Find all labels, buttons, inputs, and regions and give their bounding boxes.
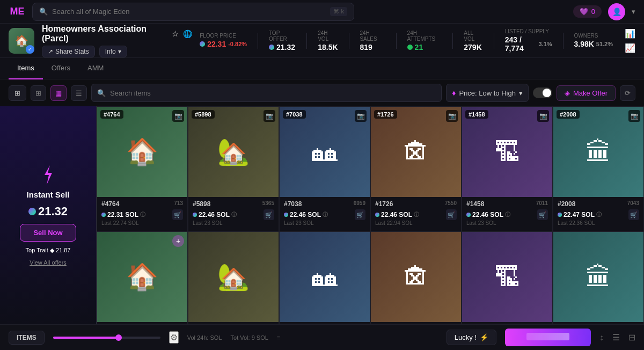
tab-amm[interactable]: AMM (79, 58, 112, 79)
sell-now-button[interactable]: Sell Now (20, 224, 76, 242)
nft-quick-action[interactable]: 📷 (628, 110, 640, 122)
global-search-input[interactable] (52, 8, 326, 16)
chart-icon[interactable]: 📊 (625, 28, 635, 39)
add-to-cart-button[interactable]: 🛒 (446, 209, 457, 220)
listed-supply-value: 243 / 7,774 3.1% (505, 35, 552, 53)
stream-icon[interactable]: ≡ (277, 334, 280, 341)
grid-view-button[interactable]: ⊞ (31, 85, 46, 101)
nft-card[interactable]: 🏚 #1726 📷 #1726 7550 22.46 SOL ⓘ 🛒 (370, 106, 462, 231)
nft-name: #1458 7011 (466, 200, 548, 208)
nft-name: #7038 6959 (284, 200, 365, 208)
items-tab-button[interactable]: ITEMS (9, 331, 45, 345)
search-items-container[interactable]: 🔍 (91, 84, 442, 102)
info-icon[interactable]: ⓘ (231, 211, 237, 218)
logo[interactable]: ME (9, 3, 26, 20)
nft-artwork: 🏛 (586, 262, 611, 292)
search-items-input[interactable] (110, 89, 436, 97)
nft-card[interactable]: 🏛 (553, 231, 644, 324)
nft-card[interactable]: 🏡 (188, 231, 279, 324)
nft-image: 🏠 + (97, 232, 187, 322)
nft-card[interactable]: 🏠 #4764 📷 #4764 713 22.31 SOL ⓘ 🛒 (97, 106, 188, 231)
chevron-down-icon-sort: ▾ (519, 89, 523, 97)
nft-image: 🏗 (462, 232, 552, 322)
sort-icon-button[interactable]: ↕ (599, 333, 604, 342)
heart-icon: 💜 (580, 8, 588, 16)
sol-icon-sell (28, 208, 36, 215)
stats-divider-4 (396, 33, 397, 49)
tabs-bar: Items Offers AMM (0, 58, 644, 79)
tab-offers[interactable]: Offers (43, 58, 79, 79)
nft-price: 22.46 SOL ⓘ (375, 211, 419, 218)
instant-sell-title: Instant Sell (26, 190, 69, 199)
info-icon[interactable]: ⓘ (140, 211, 145, 218)
favorites-button[interactable]: 💜 0 (573, 5, 602, 18)
add-to-cart-button[interactable]: 🛒 (264, 209, 274, 220)
nft-quick-action[interactable]: 📷 (537, 110, 549, 122)
nft-card[interactable]: 🏚 (370, 231, 462, 324)
make-offer-button[interactable]: ◈ Make Offer (557, 85, 616, 101)
sol-icon-2 (269, 45, 274, 50)
info-icon[interactable]: ⓘ (323, 211, 328, 218)
slider-track (53, 337, 160, 339)
layout-icon-button[interactable]: ☰ (612, 332, 620, 342)
settings-icon-button[interactable]: ⊟ (628, 332, 635, 342)
globe-icon[interactable]: 🌐 (183, 30, 192, 38)
filter-bar: ⊞ ⊞ ▦ ☰ 🔍 ♦ Price: Low to High ▾ ◈ Make … (0, 79, 644, 106)
nft-price: 22.46 SOL ⓘ (466, 211, 510, 218)
add-icon[interactable]: + (172, 235, 184, 247)
nft-quick-action[interactable]: 📷 (446, 110, 458, 122)
sol-icon-nft (284, 213, 288, 217)
analytics-icon[interactable]: 📈 (625, 43, 635, 53)
info-icon[interactable]: ⓘ (414, 211, 419, 218)
stats-divider (258, 33, 258, 49)
nft-artwork: 🏘 (312, 262, 338, 292)
buy-button[interactable] (505, 329, 591, 346)
range-slider[interactable] (53, 337, 160, 339)
sales-24h-value: 819 (360, 43, 372, 52)
top-trait-info: Top Trait ◆ 21.87 (26, 247, 71, 254)
nft-card[interactable]: 🏘 #7038 📷 #7038 6959 22.46 SOL ⓘ 🛒 (279, 106, 370, 231)
small-grid-view-button[interactable]: ▦ (50, 85, 67, 101)
nft-artwork: 🏗 (494, 137, 520, 167)
add-to-cart-button[interactable]: 🛒 (172, 209, 183, 220)
refresh-button[interactable]: ⟳ (620, 85, 635, 101)
chevron-down-icon[interactable]: ▾ (632, 8, 635, 16)
add-to-cart-button[interactable]: 🛒 (355, 209, 365, 220)
info-icon[interactable]: ⓘ (596, 211, 602, 218)
nft-rank: #7038 (283, 110, 306, 119)
price-sort-dropdown[interactable]: ♦ Price: Low to High ▾ (446, 84, 529, 102)
filter-button[interactable]: ⊞ (9, 85, 26, 101)
nft-card[interactable]: 🏘 (279, 231, 370, 324)
lucky-button[interactable]: Lucky ! ⚡ (447, 330, 496, 345)
nft-card[interactable]: 🏗 #1458 📷 #1458 7011 22.46 SOL ⓘ 🛒 (462, 106, 553, 231)
add-to-cart-button[interactable]: 🛒 (537, 209, 548, 220)
info-icon[interactable]: ⓘ (505, 211, 510, 218)
settings-icon[interactable]: ⚙ (169, 331, 179, 344)
add-to-cart-button[interactable]: 🛒 (628, 209, 639, 220)
nft-card[interactable]: 🏗 (462, 231, 553, 324)
collection-stats-bar: Floor Price 22.31 -0.82% Top Offer 21.32… (200, 28, 613, 53)
search-icon: 🔍 (39, 8, 48, 16)
info-button[interactable]: Info ▾ (99, 46, 127, 57)
global-search-bar[interactable]: 🔍 ⌘ k (32, 3, 354, 21)
all-vol-value: 279K (464, 43, 481, 52)
nft-quick-action[interactable]: 📷 (172, 110, 184, 122)
nft-quick-action[interactable]: 📷 (264, 110, 275, 122)
share-stats-button[interactable]: ↗ Share Stats (42, 46, 95, 57)
nft-rank-badge: 7011 (536, 200, 548, 206)
nft-card[interactable]: 🏛 #2008 📷 #2008 7043 22.47 SOL ⓘ 🛒 (553, 106, 644, 231)
nft-card[interactable]: 🏠 + (97, 231, 188, 324)
verified-badge: ✓ (26, 45, 34, 54)
vol-24h-value: 18.5K (318, 43, 338, 52)
slider-thumb[interactable] (115, 334, 122, 341)
nft-image: 🏛 (553, 232, 643, 322)
nft-card[interactable]: 🏡 #5898 📷 #5898 5365 22.46 SOL ⓘ 🛒 (188, 106, 279, 231)
view-all-offers-link[interactable]: View All offers (30, 259, 67, 266)
tab-items[interactable]: Items (9, 58, 43, 79)
list-view-button[interactable]: ☰ (71, 85, 87, 101)
nft-quick-action[interactable]: 📷 (355, 110, 367, 122)
bookmark-icon[interactable]: ☆ (172, 30, 179, 38)
avatar[interactable]: 👤 (608, 3, 625, 20)
nft-rank: #1726 (374, 110, 397, 119)
toggle-switch[interactable] (533, 88, 552, 98)
